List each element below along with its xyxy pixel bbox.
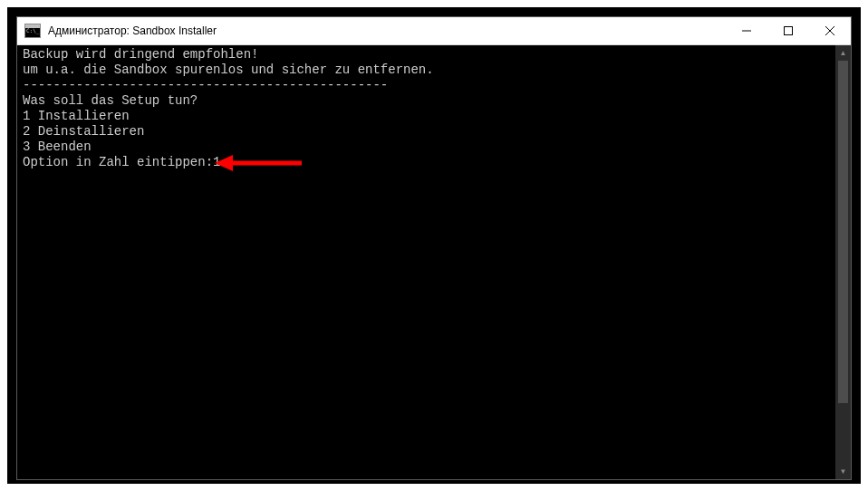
console-input-value[interactable]: 1 [213, 155, 220, 169]
maximize-button[interactable] [767, 17, 809, 44]
close-button[interactable] [809, 17, 851, 44]
outer-frame: Администратор: Sandbox Installer Backup … [7, 7, 861, 484]
vertical-scrollbar[interactable]: ▲ ▼ [835, 45, 851, 479]
cmd-window: Администратор: Sandbox Installer Backup … [16, 16, 852, 480]
console-prompt-question: Was soll das Setup tun? [23, 93, 198, 108]
console-option-3: 3 Beenden [23, 140, 92, 154]
minimize-icon [742, 26, 751, 35]
window-controls [726, 17, 851, 44]
console-input-label: Option in Zahl eintippen: [23, 155, 213, 169]
console-option-2: 2 Deinstallieren [23, 124, 144, 139]
titlebar[interactable]: Администратор: Sandbox Installer [17, 17, 851, 45]
minimize-button[interactable] [726, 17, 767, 44]
scroll-track[interactable] [835, 61, 851, 464]
console-line: Backup wird dringend empfohlen! [23, 47, 258, 62]
scroll-thumb[interactable] [838, 61, 848, 403]
window-title: Администратор: Sandbox Installer [48, 24, 726, 37]
console-output: Backup wird dringend empfohlen! um u.a. … [23, 47, 834, 170]
svg-rect-1 [785, 27, 793, 35]
close-icon [825, 26, 834, 35]
console-line: um u.a. die Sandbox spurenlos und sicher… [23, 63, 434, 77]
console-divider: ----------------------------------------… [23, 78, 388, 92]
cmd-app-icon [24, 24, 41, 38]
scroll-down-arrow-icon[interactable]: ▼ [835, 464, 851, 479]
maximize-icon [784, 26, 793, 35]
scroll-up-arrow-icon[interactable]: ▲ [835, 45, 851, 61]
console-area[interactable]: Backup wird dringend empfohlen! um u.a. … [17, 45, 851, 479]
console-option-1: 1 Installieren [23, 109, 130, 123]
